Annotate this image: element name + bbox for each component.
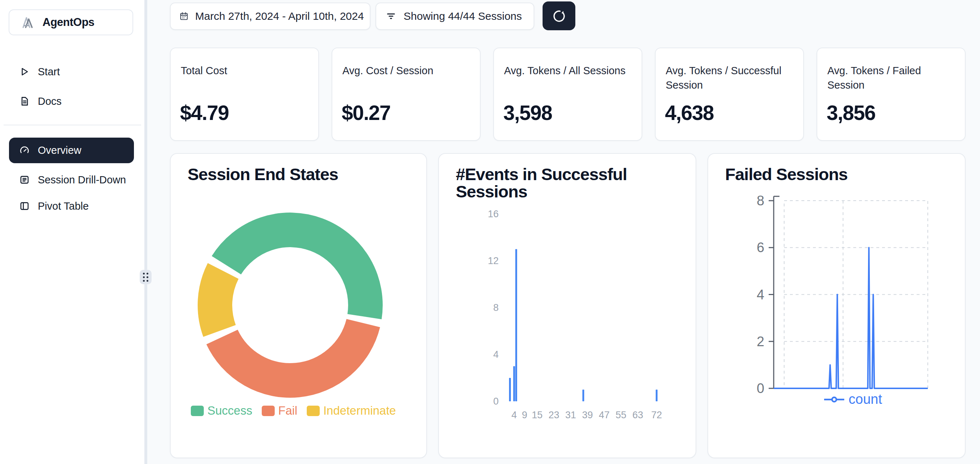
sidebar-item-session-drill-down[interactable]: Session Drill-Down [9, 171, 137, 188]
stat-card-avg-tokens-successful: Avg. Tokens / Successful Session 4,638 [655, 48, 804, 141]
count-legend[interactable]: count [824, 392, 882, 407]
legend-item-fail[interactable]: Fail [262, 404, 298, 418]
sidebar: AgentOps Start Docs Overview Session Dri… [0, 0, 144, 464]
stat-label: Avg. Tokens / Failed Session [827, 64, 954, 92]
stat-card-avg-tokens-failed: Avg. Tokens / Failed Session 3,856 [816, 48, 966, 141]
stat-label: Avg. Cost / Session [342, 64, 469, 78]
legend-item-success[interactable]: Success [191, 404, 252, 418]
svg-text:72: 72 [651, 410, 662, 420]
svg-text:23: 23 [549, 410, 560, 420]
svg-text:4: 4 [757, 287, 764, 302]
success-swatch [191, 406, 204, 416]
svg-text:39: 39 [582, 410, 593, 420]
paperclip-logo-icon [20, 15, 35, 30]
legend-item-indeterminate[interactable]: Indeterminate [307, 404, 396, 418]
svg-text:2: 2 [757, 334, 764, 349]
stat-value: 4,638 [665, 101, 714, 124]
gauge-icon [19, 145, 30, 156]
filter-icon [386, 11, 396, 22]
stat-label: Avg. Tokens / Successful Session [666, 64, 792, 92]
document-icon [19, 96, 30, 107]
sidebar-item-pivot-table[interactable]: Pivot Table [9, 198, 137, 214]
events-in-successful-sessions-card: #Events in Successful Sessions 048121649… [438, 153, 696, 458]
svg-text:12: 12 [488, 255, 499, 266]
stat-label: Total Cost [181, 64, 307, 78]
svg-text:8: 8 [757, 193, 764, 208]
sidebar-item-label: Overview [38, 145, 81, 156]
legend-label: Indeterminate [323, 404, 396, 418]
calendar-icon [179, 11, 189, 21]
sidebar-divider [3, 124, 141, 125]
svg-text:31: 31 [565, 410, 576, 420]
session-end-states-card: Session End States Success Fail Indeterm… [170, 153, 427, 458]
svg-text:4: 4 [511, 410, 517, 420]
svg-text:0: 0 [757, 381, 764, 396]
indeterminate-swatch [307, 406, 320, 416]
sidebar-item-label: Docs [38, 96, 62, 107]
sidebar-resize-divider [144, 0, 147, 464]
fail-swatch [262, 406, 275, 416]
sidebar-item-overview[interactable]: Overview [9, 138, 134, 163]
svg-text:16: 16 [488, 209, 499, 219]
pivot-panel-icon [19, 201, 30, 212]
svg-text:63: 63 [632, 410, 643, 420]
stat-card-avg-tokens-all: Avg. Tokens / All Sessions 3,598 [493, 48, 642, 141]
sidebar-item-label: Pivot Table [38, 200, 89, 212]
events-bar-chart[interactable]: 0481216491523313947556372 [439, 154, 696, 458]
stat-label: Avg. Tokens / All Sessions [504, 64, 631, 78]
stat-value: 3,598 [503, 101, 552, 124]
legend-label: count [849, 392, 882, 407]
stat-value: $0.27 [342, 101, 390, 124]
list-icon [19, 174, 30, 185]
date-range-label: March 27th, 2024 - April 10th, 2024 [195, 10, 364, 22]
failed-sessions-card: Failed Sessions 02468 count [708, 153, 966, 458]
sidebar-item-docs[interactable]: Docs [9, 93, 137, 110]
agentops-dashboard: { "app": { "name": "AgentOps" }, "sideba… [0, 0, 980, 464]
date-range-button[interactable]: March 27th, 2024 - April 10th, 2024 [170, 3, 371, 30]
sidebar-drag-handle[interactable] [140, 270, 151, 284]
refresh-button[interactable] [542, 2, 575, 30]
svg-text:15: 15 [532, 410, 542, 420]
sidebar-item-label: Start [38, 66, 60, 78]
sidebar-item-label: Session Drill-Down [38, 174, 126, 186]
agentops-logo[interactable]: AgentOps [9, 10, 133, 35]
stat-value: $4.79 [180, 101, 229, 124]
svg-text:6: 6 [757, 240, 764, 255]
svg-text:0: 0 [493, 396, 499, 407]
failed-sessions-line-chart[interactable]: 02468 [708, 154, 966, 458]
line-series-marker-icon [824, 396, 844, 403]
refresh-icon [552, 8, 567, 24]
stat-card-total-cost: Total Cost $4.79 [170, 48, 319, 141]
stat-card-avg-cost-session: Avg. Cost / Session $0.27 [332, 48, 480, 141]
donut-legend: Success Fail Indeterminate [191, 404, 396, 418]
svg-text:47: 47 [599, 410, 609, 420]
svg-text:9: 9 [522, 410, 527, 420]
sidebar-item-start[interactable]: Start [9, 64, 137, 80]
sessions-filter-label: Showing 44/44 Sessions [404, 10, 522, 22]
sessions-filter-button[interactable]: Showing 44/44 Sessions [375, 3, 534, 30]
play-icon [19, 66, 30, 77]
app-title: AgentOps [43, 16, 94, 29]
svg-text:4: 4 [493, 349, 499, 360]
legend-label: Fail [278, 404, 298, 418]
svg-text:8: 8 [493, 302, 499, 313]
svg-text:55: 55 [616, 410, 627, 420]
stat-value: 3,856 [827, 101, 875, 124]
legend-label: Success [207, 404, 252, 418]
